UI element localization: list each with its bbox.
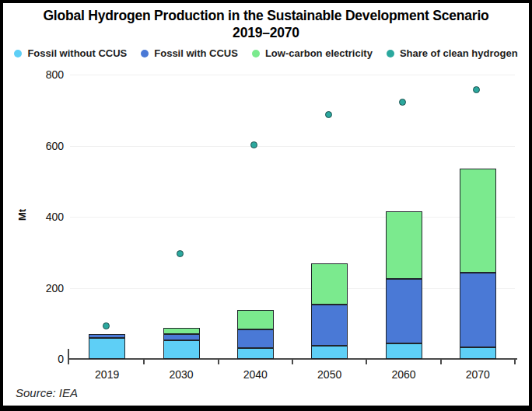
x-category-label-2070: 2070 <box>441 368 515 381</box>
gridline-800 <box>70 75 515 75</box>
x-category-label-2019: 2019 <box>70 368 144 381</box>
bar-segment-fossil-with-ccus-2070 <box>460 273 496 347</box>
bar-segment-fossil-without-ccus-2019 <box>89 338 125 359</box>
gridline-400 <box>70 217 515 218</box>
x-axis-tick <box>292 360 293 364</box>
y-tick-label-400: 400 <box>26 211 64 223</box>
y-tick-label-0: 0 <box>26 353 64 365</box>
scatter-dot-share-of-clean-hydrogen-2019 <box>103 322 110 329</box>
bar-segment-fossil-with-ccus-2019 <box>89 334 125 338</box>
x-axis-tick <box>366 360 367 364</box>
bar-segment-low-carbon-electricity-2060 <box>386 211 422 279</box>
bar-segment-low-carbon-electricity-2050 <box>311 263 348 305</box>
bar-segment-fossil-with-ccus-2050 <box>311 305 348 346</box>
y-tick-label-200: 200 <box>26 282 64 294</box>
x-category-label-2040: 2040 <box>219 368 292 381</box>
x-axis-tick <box>514 360 516 364</box>
x-axis-tick <box>218 360 219 364</box>
scatter-dot-share-of-clean-hydrogen-2030 <box>177 250 184 257</box>
chart-area: Mt 0200400600800 20192030204020502060207… <box>3 3 529 406</box>
x-axis-left-cap <box>68 349 69 358</box>
x-category-label-2060: 2060 <box>366 368 440 381</box>
scatter-dot-share-of-clean-hydrogen-2070 <box>473 86 480 93</box>
bar-segment-fossil-without-ccus-2030 <box>163 340 200 359</box>
bar-segment-fossil-without-ccus-2070 <box>460 347 496 359</box>
x-axis-tick <box>143 360 145 364</box>
bar-segment-fossil-without-ccus-2040 <box>237 348 274 359</box>
x-axis-tick <box>68 360 69 364</box>
x-category-label-2050: 2050 <box>292 368 366 381</box>
gridline-200 <box>70 288 515 289</box>
x-axis-tick <box>440 360 442 364</box>
scatter-dot-share-of-clean-hydrogen-2060 <box>399 99 406 106</box>
scatter-dot-share-of-clean-hydrogen-2040 <box>250 141 257 148</box>
source-caption: Source: IEA <box>16 386 78 399</box>
bar-segment-low-carbon-electricity-2030 <box>163 328 200 334</box>
bar-segment-fossil-with-ccus-2060 <box>386 279 422 343</box>
x-category-label-2030: 2030 <box>144 368 218 381</box>
bar-segment-low-carbon-electricity-2070 <box>460 169 496 273</box>
plot-area <box>70 75 515 359</box>
bar-segment-fossil-without-ccus-2060 <box>386 343 422 359</box>
bar-segment-fossil-without-ccus-2050 <box>311 346 348 359</box>
y-tick-label-600: 600 <box>26 140 64 152</box>
y-tick-label-800: 800 <box>26 68 64 81</box>
bar-segment-fossil-with-ccus-2040 <box>237 329 274 348</box>
gridline-600 <box>70 146 515 147</box>
bar-segment-low-carbon-electricity-2040 <box>237 310 274 329</box>
scatter-dot-share-of-clean-hydrogen-2050 <box>325 111 332 118</box>
chart-frame: Global Hydrogen Production in the Sustai… <box>0 0 532 411</box>
bar-segment-fossil-with-ccus-2030 <box>163 334 200 341</box>
